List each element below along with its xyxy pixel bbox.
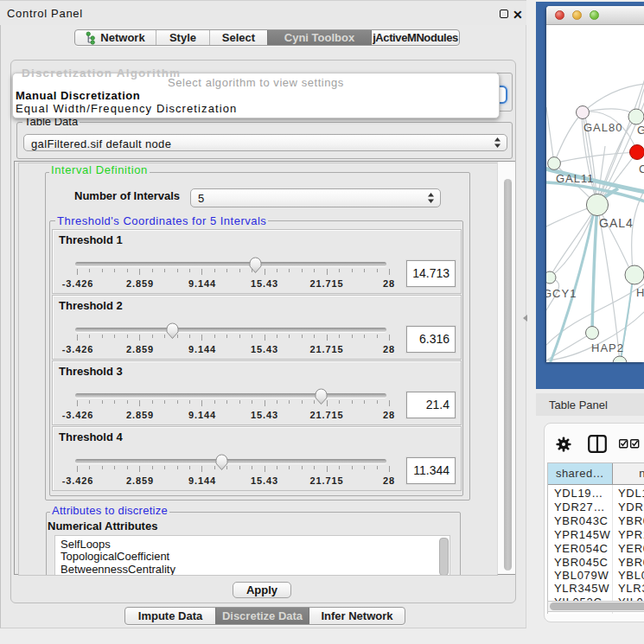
- svg-text:GAL80: GAL80: [583, 121, 622, 134]
- svg-text:HAP2: HAP2: [591, 341, 624, 354]
- svg-text:GAL11: GAL11: [556, 172, 595, 185]
- svg-text:H: H: [636, 286, 644, 299]
- svg-text:GAL4: GAL4: [599, 216, 634, 230]
- svg-text:C: C: [639, 163, 644, 175]
- svg-text:GA: GA: [637, 124, 644, 137]
- svg-text:GCY1: GCY1: [546, 287, 577, 300]
